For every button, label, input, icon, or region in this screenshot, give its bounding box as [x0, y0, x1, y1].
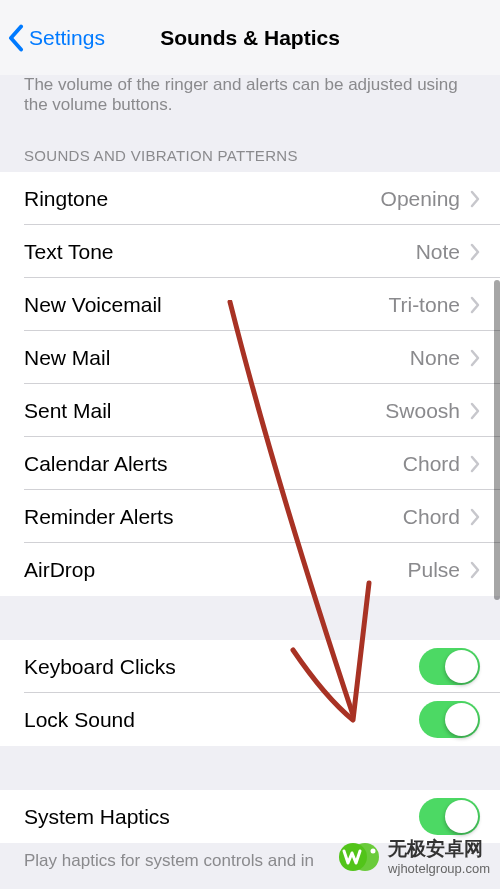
row-label: Calendar Alerts — [24, 452, 403, 476]
group-spacer — [0, 746, 500, 790]
row-new-mail[interactable]: New Mail None — [0, 331, 500, 384]
row-airdrop[interactable]: AirDrop Pulse — [0, 543, 500, 596]
row-ringtone[interactable]: Ringtone Opening — [0, 172, 500, 225]
watermark: 无极安卓网 wjhotelgroup.com — [335, 833, 490, 881]
row-keyboard-clicks: Keyboard Clicks — [0, 640, 500, 693]
row-label: AirDrop — [24, 558, 407, 582]
row-value: Chord — [403, 452, 460, 476]
row-label: Sent Mail — [24, 399, 385, 423]
system-haptics-switch[interactable] — [419, 798, 480, 835]
group-spacer — [0, 596, 500, 640]
chevron-right-icon — [470, 561, 480, 579]
keyboard-clicks-switch[interactable] — [419, 648, 480, 685]
switch-knob — [445, 800, 478, 833]
scrollbar-indicator — [494, 280, 500, 600]
nav-bar: Settings Sounds & Haptics — [0, 0, 500, 75]
row-reminder-alerts[interactable]: Reminder Alerts Chord — [0, 490, 500, 543]
switch-knob — [445, 703, 478, 736]
watermark-title: 无极安卓网 — [388, 838, 490, 861]
row-value: Pulse — [407, 558, 460, 582]
watermark-text: 无极安卓网 wjhotelgroup.com — [388, 838, 490, 876]
row-value: Opening — [381, 187, 460, 211]
chevron-left-icon — [8, 24, 24, 52]
content-area: The volume of the ringer and alerts can … — [0, 75, 500, 885]
row-calendar-alerts[interactable]: Calendar Alerts Chord — [0, 437, 500, 490]
row-value: Note — [416, 240, 460, 264]
row-label: Lock Sound — [24, 708, 419, 732]
row-text-tone[interactable]: Text Tone Note — [0, 225, 500, 278]
chevron-right-icon — [470, 402, 480, 420]
chevron-right-icon — [470, 455, 480, 473]
svg-point-2 — [371, 849, 376, 854]
row-sent-mail[interactable]: Sent Mail Swoosh — [0, 384, 500, 437]
row-new-voicemail[interactable]: New Voicemail Tri-tone — [0, 278, 500, 331]
lock-sound-switch[interactable] — [419, 701, 480, 738]
row-label: Reminder Alerts — [24, 505, 403, 529]
chevron-right-icon — [470, 508, 480, 526]
row-label: System Haptics — [24, 805, 419, 829]
ringer-footer-text: The volume of the ringer and alerts can … — [0, 75, 500, 129]
section-header-sounds: SOUNDS AND VIBRATION PATTERNS — [0, 129, 500, 172]
row-value: Tri-tone — [388, 293, 460, 317]
row-value: Swoosh — [385, 399, 460, 423]
chevron-right-icon — [470, 349, 480, 367]
row-label: New Voicemail — [24, 293, 388, 317]
row-value: Chord — [403, 505, 460, 529]
watermark-logo-icon — [335, 833, 383, 881]
sounds-group: Ringtone Opening Text Tone Note New Voic… — [0, 172, 500, 596]
watermark-url: wjhotelgroup.com — [388, 861, 490, 877]
chevron-right-icon — [470, 243, 480, 261]
switch-knob — [445, 650, 478, 683]
back-button[interactable]: Settings — [8, 24, 105, 52]
row-value: None — [410, 346, 460, 370]
row-label: Ringtone — [24, 187, 381, 211]
back-label: Settings — [29, 26, 105, 50]
row-label: Keyboard Clicks — [24, 655, 419, 679]
clicks-group: Keyboard Clicks Lock Sound — [0, 640, 500, 746]
row-label: Text Tone — [24, 240, 416, 264]
chevron-right-icon — [470, 190, 480, 208]
row-label: New Mail — [24, 346, 410, 370]
chevron-right-icon — [470, 296, 480, 314]
row-lock-sound: Lock Sound — [0, 693, 500, 746]
